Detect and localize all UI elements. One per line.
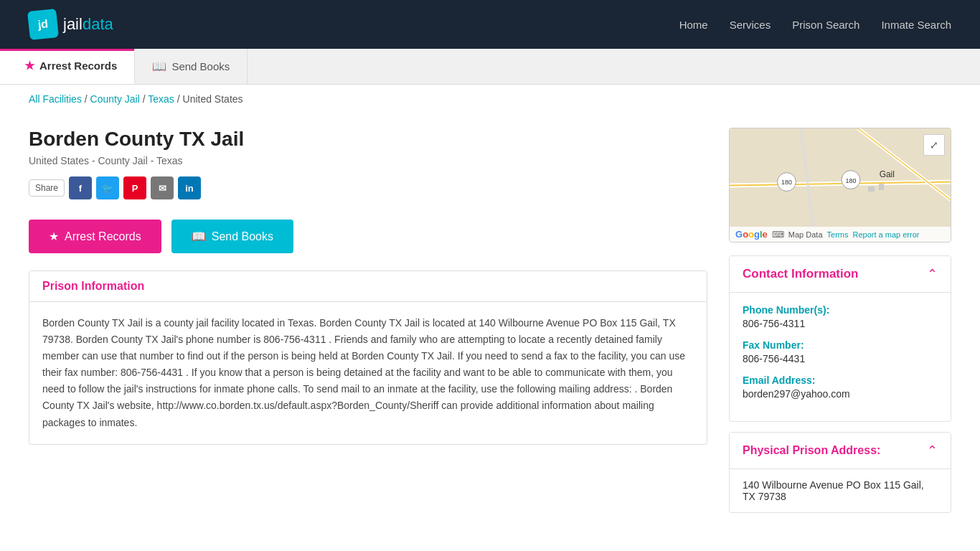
logo-icon: jd bbox=[27, 9, 59, 40]
breadcrumb: All Facilities / County Jail / Texas / U… bbox=[0, 85, 980, 113]
send-books-book-icon: 📖 bbox=[192, 230, 206, 243]
email-share-button[interactable]: ✉ bbox=[151, 176, 174, 199]
nav-services[interactable]: Services bbox=[730, 19, 771, 31]
svg-text:Gail: Gail bbox=[880, 169, 895, 179]
address-card: Physical Prison Address: ⌃ 140 Wilbourne… bbox=[729, 432, 951, 513]
fax-label: Fax Number: bbox=[743, 339, 938, 351]
share-button[interactable]: Share bbox=[29, 179, 65, 197]
twitter-share-button[interactable]: 🐦 bbox=[96, 176, 119, 199]
arrest-star-icon: ★ bbox=[49, 230, 59, 243]
social-share: Share f 🐦 P ✉ in bbox=[29, 176, 707, 199]
nav-inmate-search[interactable]: Inmate Search bbox=[881, 19, 951, 31]
main-nav: Home Services Prison Search Inmate Searc… bbox=[679, 19, 951, 31]
logo[interactable]: jd jaildata bbox=[29, 10, 113, 39]
tab-send-books-label: Send Books bbox=[171, 60, 230, 72]
breadcrumb-county-jail[interactable]: County Jail bbox=[90, 93, 140, 105]
contact-card-body: Phone Number(s): 806-756-4311 Fax Number… bbox=[730, 293, 951, 421]
right-column: 180 180 Gail ⤢ Google ⌨ Map Data Terms R… bbox=[729, 128, 951, 513]
prison-info-body: Borden County TX Jail is a county jail f… bbox=[29, 302, 707, 444]
action-buttons: ★ Arrest Records 📖 Send Books bbox=[29, 220, 707, 253]
svg-rect-11 bbox=[869, 187, 875, 191]
address-card-body: 140 Wilbourne Avenue PO Box 115 Gail, TX… bbox=[730, 469, 951, 512]
tab-send-books[interactable]: 📖 Send Books bbox=[135, 49, 248, 84]
facility-title: Borden County TX Jail bbox=[29, 128, 707, 151]
tab-arrest-records[interactable]: ★ Arrest Records bbox=[0, 49, 135, 84]
logo-text: jaildata bbox=[63, 15, 113, 34]
breadcrumb-sep-3: / bbox=[177, 93, 183, 105]
arrest-records-button-label: Arrest Records bbox=[65, 230, 141, 243]
breadcrumb-all-facilities[interactable]: All Facilities bbox=[29, 93, 82, 105]
facebook-share-button[interactable]: f bbox=[69, 176, 92, 199]
send-books-button-label: Send Books bbox=[212, 230, 273, 243]
email-label: Email Address: bbox=[743, 375, 938, 386]
svg-text:180: 180 bbox=[845, 177, 856, 184]
main-container: Borden County TX Jail United States - Co… bbox=[0, 113, 980, 527]
contact-info-card: Contact Information ⌃ Phone Number(s): 8… bbox=[729, 255, 951, 422]
book-icon: 📖 bbox=[152, 60, 166, 73]
tab-arrest-records-label: Arrest Records bbox=[39, 60, 117, 72]
contact-card-header: Contact Information ⌃ bbox=[730, 256, 951, 293]
phone-value: 806-756-4311 bbox=[743, 318, 938, 329]
map-container: 180 180 Gail ⤢ Google ⌨ Map Data Terms R… bbox=[729, 128, 951, 242]
contact-collapse-button[interactable]: ⌃ bbox=[927, 266, 938, 282]
svg-rect-12 bbox=[880, 184, 884, 189]
site-header: jd jaildata Home Services Prison Search … bbox=[0, 0, 980, 49]
email-field: Email Address: borden297@yahoo.com bbox=[743, 375, 938, 400]
phone-label: Phone Number(s): bbox=[743, 304, 938, 316]
prison-info-box: Prison Information Borden County TX Jail… bbox=[29, 270, 707, 445]
keyboard-icon: ⌨ bbox=[772, 230, 784, 240]
nav-prison-search[interactable]: Prison Search bbox=[792, 19, 859, 31]
fax-value: 806-756-4431 bbox=[743, 353, 938, 364]
address-collapse-button[interactable]: ⌃ bbox=[927, 443, 938, 458]
address-card-title: Physical Prison Address: bbox=[743, 444, 880, 457]
google-logo: Google bbox=[735, 229, 768, 240]
breadcrumb-texas[interactable]: Texas bbox=[148, 93, 174, 105]
fax-field: Fax Number: 806-756-4431 bbox=[743, 339, 938, 364]
svg-text:180: 180 bbox=[781, 179, 792, 186]
breadcrumb-united-states: United States bbox=[183, 93, 243, 105]
nav-home[interactable]: Home bbox=[679, 19, 708, 31]
prison-info-header: Prison Information bbox=[29, 271, 707, 302]
contact-card-title: Contact Information bbox=[743, 267, 859, 281]
map-svg: 180 180 Gail bbox=[730, 128, 951, 242]
breadcrumb-sep-1: / bbox=[85, 93, 90, 105]
send-books-button[interactable]: 📖 Send Books bbox=[171, 220, 293, 253]
tabs-bar: ★ Arrest Records 📖 Send Books bbox=[0, 49, 980, 85]
email-value: borden297@yahoo.com bbox=[743, 388, 938, 400]
facility-subtitle: United States - County Jail - Texas bbox=[29, 155, 707, 166]
address-card-header: Physical Prison Address: ⌃ bbox=[730, 433, 951, 469]
left-column: Borden County TX Jail United States - Co… bbox=[29, 128, 707, 445]
map-expand-button[interactable]: ⤢ bbox=[923, 134, 945, 156]
star-icon: ★ bbox=[24, 59, 34, 72]
map-data-label: Map Data bbox=[788, 230, 823, 239]
map-footer: Google ⌨ Map Data Terms Report a map err… bbox=[730, 227, 951, 242]
map-report-link[interactable]: Report a map error bbox=[853, 230, 920, 239]
pinterest-share-button[interactable]: P bbox=[123, 176, 146, 199]
arrest-records-button[interactable]: ★ Arrest Records bbox=[29, 220, 161, 253]
phone-field: Phone Number(s): 806-756-4311 bbox=[743, 304, 938, 329]
linkedin-share-button[interactable]: in bbox=[178, 176, 201, 199]
map-terms-link[interactable]: Terms bbox=[827, 230, 849, 239]
